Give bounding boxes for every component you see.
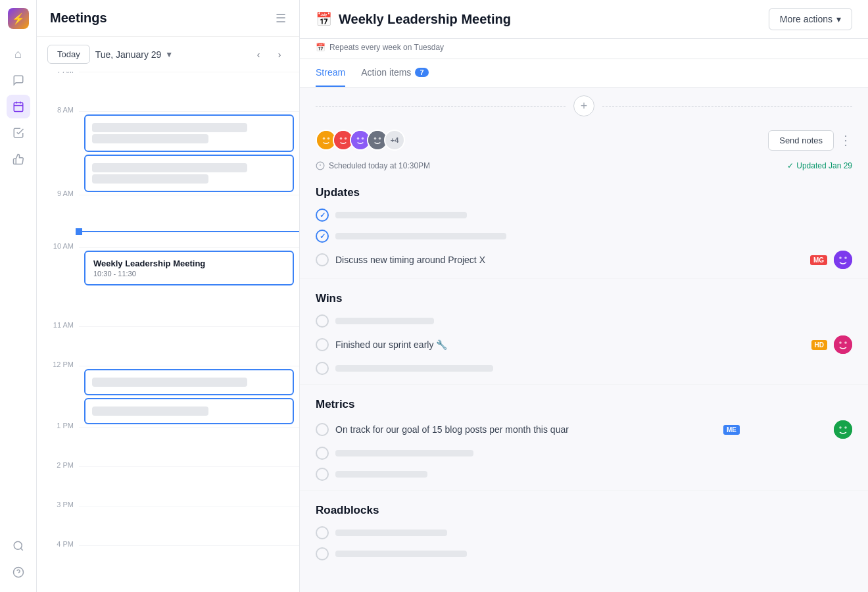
check-circle[interactable] [316,547,329,560]
list-item[interactable] [300,464,868,485]
list-item[interactable]: On track for our goal of 15 blog posts p… [300,416,868,443]
sidebar: Meetings ☰ Today Tue, January 29 ▼ ‹ › 7… [37,0,300,592]
repeat-info: 📅 Repeats every week on Tuesday [300,39,868,59]
check-circle[interactable] [316,468,329,481]
time-slot-10am[interactable]: Weekly Leadership Meeting 10:30 - 11:30 [79,247,299,326]
info-icon [316,161,325,170]
nav-tasks[interactable] [7,121,30,145]
check-circle[interactable] [316,362,329,375]
event-card-8am-2[interactable] [84,155,294,192]
placeholder [92,174,208,184]
featured-event-card[interactable]: Weekly Leadership Meeting 10:30 - 11:30 [84,251,294,285]
time-row-7am: 7 AM [37,72,299,111]
more-actions-button[interactable]: More actions ▾ [769,8,852,30]
list-item[interactable] [300,358,868,379]
time-label-9am: 9 AM [37,189,79,242]
dropdown-arrow: ▼ [165,50,173,59]
time-row-10am: 10 AM Weekly Leadership Meeting 10:30 - … [37,247,299,326]
main-content: 📅 Weekly Leadership Meeting More actions… [300,0,868,592]
nav-thumbs[interactable] [7,147,30,171]
time-slot-7am[interactable] [79,72,299,111]
time-slot-1pm[interactable] [79,427,299,466]
today-button[interactable]: Today [47,45,90,64]
event-card-12pm-2[interactable] [84,398,294,424]
action-items-badge: 7 [415,68,428,77]
time-row-8am: 8 AM [37,111,299,195]
nav-chat[interactable] [7,68,30,92]
check-circle[interactable] [316,314,329,328]
tab-stream[interactable]: Stream [316,59,345,87]
item-text: On track for our goal of 15 blog posts p… [335,424,717,435]
event-card-12pm[interactable] [84,369,294,395]
check-circle[interactable] [316,253,329,266]
nav-calendar[interactable] [7,95,30,118]
check-circle[interactable] [316,423,329,436]
time-row-9am: 9 AM [37,195,299,247]
list-item[interactable] [300,522,868,543]
event-card-8am[interactable] [84,114,294,152]
nav-help[interactable] [7,560,30,584]
tag-badge-hd: HD [811,340,827,350]
check-circle[interactable] [316,338,329,351]
list-item[interactable]: Finished our sprint early 🔧 HD [300,332,868,358]
time-label-3pm: 3 PM [37,501,79,540]
svg-point-23 [834,251,852,269]
time-slot-8am[interactable] [79,111,299,195]
check-circle[interactable] [316,447,329,460]
prev-arrow[interactable]: ‹ [249,45,268,64]
more-options-icon[interactable]: ⋮ [839,132,852,148]
list-item[interactable] [300,205,868,226]
item-placeholder [335,212,467,218]
dashed-line-left [316,106,566,107]
list-item[interactable] [300,443,868,464]
time-slot-3pm[interactable] [79,506,299,545]
list-item[interactable] [300,310,868,332]
meeting-title-row: 📅 Weekly Leadership Meeting [316,11,511,27]
tag-badge-mg: MG [810,255,827,265]
time-row-3pm: 3 PM [37,506,299,545]
time-row-12pm: 12 PM [37,366,299,427]
updated-text: ✓ Updated Jan 29 [787,161,852,170]
svg-point-27 [839,341,842,344]
list-item[interactable] [300,226,868,247]
nav-home[interactable]: ⌂ [7,42,30,66]
menu-icon[interactable]: ☰ [276,11,286,26]
next-arrow[interactable]: › [270,45,289,64]
scheduled-text: Scheduled today at 10:30PM [316,161,430,170]
meeting-meta-row: +4 Send notes ⋮ [300,124,868,159]
current-time-dot [76,228,82,235]
time-label-7am: 7 AM [37,72,79,106]
nav-search[interactable] [7,534,30,558]
tab-action-items[interactable]: Action items 7 [361,59,428,87]
check-circle[interactable] [316,209,329,222]
add-section-button[interactable]: + [573,95,594,116]
check-circle[interactable] [316,230,329,243]
avatar-count: +4 [384,130,405,151]
svg-point-31 [844,426,847,429]
date-display[interactable]: Tue, January 29 ▼ [95,49,174,60]
svg-point-18 [374,137,377,140]
list-item[interactable] [300,543,868,564]
featured-event-title: Weekly Leadership Meeting [93,259,285,268]
time-slot-9am[interactable] [79,195,299,247]
svg-point-13 [345,137,347,140]
more-actions-label: More actions [780,14,832,24]
svg-point-19 [379,137,381,140]
updated-label: Updated Jan 29 [796,161,852,170]
section-roadblocks-heading: Roadblocks [300,496,868,522]
time-row-11am: 11 AM [37,326,299,366]
check-circle[interactable] [316,526,329,539]
time-slot-4pm[interactable] [79,545,299,585]
time-slot-12pm[interactable] [79,366,299,427]
scheduled-row: Scheduled today at 10:30PM ✓ Updated Jan… [300,159,868,178]
list-item[interactable]: Discuss new timing around Project X MG [300,247,868,273]
section-metrics-heading: Metrics [300,390,868,416]
svg-point-15 [357,137,360,140]
time-slot-2pm[interactable] [79,466,299,506]
send-notes-button[interactable]: Send notes [768,130,834,151]
svg-point-28 [844,341,847,344]
svg-point-24 [839,257,842,259]
meeting-actions-right: Send notes ⋮ [768,130,852,151]
item-text: Finished our sprint early 🔧 [335,339,805,350]
time-slot-11am[interactable] [79,326,299,366]
